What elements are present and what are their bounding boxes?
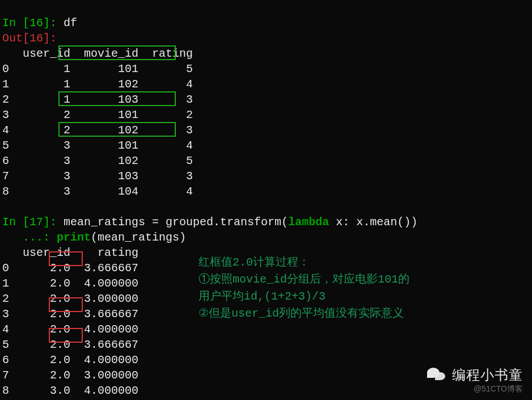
wechat-icon [427,367,447,384]
mean-header: user_id rating [2,246,138,259]
in-prompt-16: In [16]: [2,16,64,30]
watermark-sub: @51CTO博客 [474,384,523,394]
code-17-line1: mean_ratings = grouped.transform(lambda … [64,216,417,229]
mean-row: 8 3.0 4.000000 [2,384,138,397]
mean-row: 1 2.0 4.000000 [2,277,138,290]
df-row: 0 1 101 5 [2,62,193,75]
mean-row: 4 2.0 4.000000 [2,323,138,336]
watermark-main: 编程小书童 [427,366,523,384]
mean-row: 3 2.0 3.666667 [2,308,138,321]
df-row: 2 1 103 3 [2,93,193,106]
code-17-line2: print(mean_ratings) [57,231,186,244]
df-row: 4 2 102 3 [2,124,193,137]
mean-row: 5 2.0 3.666667 [2,338,138,351]
code-16: df [64,16,77,30]
cont-prompt: ...: [2,231,57,244]
mean-row: 7 2.0 3.000000 [2,369,138,382]
mean-row: 0 2.0 3.666667 [2,262,138,275]
df-row: 7 3 103 3 [2,170,193,183]
df-header: user_id movie_id rating [2,47,193,60]
mean-row: 2 2.0 3.000000 [2,292,138,305]
df-row: 3 2 101 2 [2,108,193,121]
in-prompt-17: In [17]: [2,216,64,229]
df-row: 1 1 102 4 [2,78,193,91]
terminal-output: In [16]: df Out[16]: user_id movie_id ra… [0,0,532,398]
out-prompt-16: Out[16]: [2,32,57,45]
df-row: 8 3 104 4 [2,185,193,198]
mean-row: 6 2.0 4.000000 [2,353,138,367]
annotation-text: 红框值2.0计算过程： ①按照movie_id分组后，对应电影101的 用户平均… [199,254,409,322]
df-row: 5 3 101 4 [2,139,193,152]
df-row: 6 3 102 5 [2,154,193,167]
